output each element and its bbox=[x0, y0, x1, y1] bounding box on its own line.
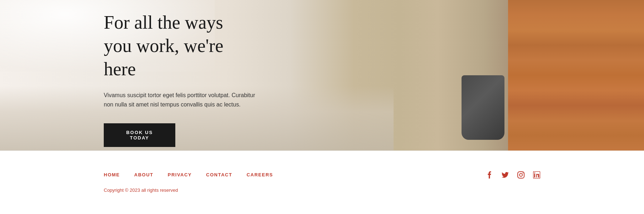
linkedin-icon[interactable] bbox=[533, 171, 540, 179]
social-icons bbox=[486, 171, 540, 179]
hero-title: For all the ways you work, we're here bbox=[104, 11, 254, 81]
footer-nav-about[interactable]: ABOUT bbox=[134, 172, 153, 177]
svg-point-5 bbox=[534, 172, 535, 173]
instagram-icon[interactable] bbox=[517, 171, 525, 179]
footer-nav-careers[interactable]: CAREERS bbox=[247, 172, 273, 177]
copyright-text: Copyright © 2023 all rights reserved bbox=[104, 187, 178, 193]
svg-point-2 bbox=[522, 172, 523, 173]
footer-nav: HOME ABOUT PRIVACY CONTACT CAREERS bbox=[104, 172, 540, 177]
hero-content: For all the ways you work, we're here Vi… bbox=[0, 0, 644, 151]
facebook-icon[interactable] bbox=[486, 171, 493, 179]
footer-bottom: Copyright © 2023 all rights reserved bbox=[104, 187, 540, 193]
cta-button[interactable]: BOOK US TODAY bbox=[104, 123, 175, 147]
svg-rect-4 bbox=[534, 174, 535, 177]
twitter-icon[interactable] bbox=[502, 171, 509, 179]
hero-description: Vivamus suscipit tortor eget felis portt… bbox=[104, 91, 265, 109]
footer-nav-contact[interactable]: CONTACT bbox=[206, 172, 232, 177]
hero-section: For all the ways you work, we're here Vi… bbox=[0, 0, 644, 151]
footer-nav-privacy[interactable]: PRIVACY bbox=[168, 172, 192, 177]
footer-section: HOME ABOUT PRIVACY CONTACT CAREERS bbox=[0, 151, 644, 214]
svg-point-1 bbox=[519, 173, 522, 176]
footer-nav-home[interactable]: HOME bbox=[104, 172, 120, 177]
